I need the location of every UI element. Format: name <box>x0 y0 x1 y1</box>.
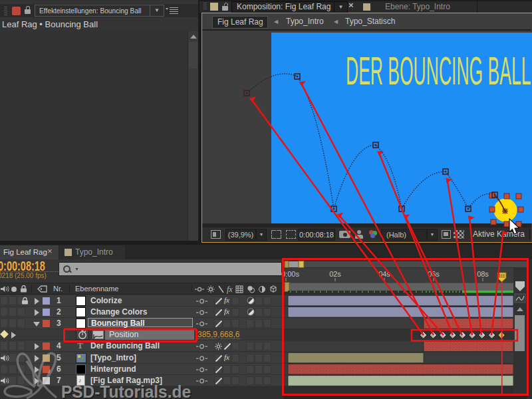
svg-text:02s: 02s <box>329 270 341 278</box>
svg-text:08s: 08s <box>477 270 489 278</box>
svg-text:DER BOUNCING BALL: DER BOUNCING BALL <box>346 49 531 93</box>
svg-text:PSD-Tutorials.de: PSD-Tutorials.de <box>61 382 191 399</box>
svg-text:0:00s: 0:00s <box>281 270 299 278</box>
